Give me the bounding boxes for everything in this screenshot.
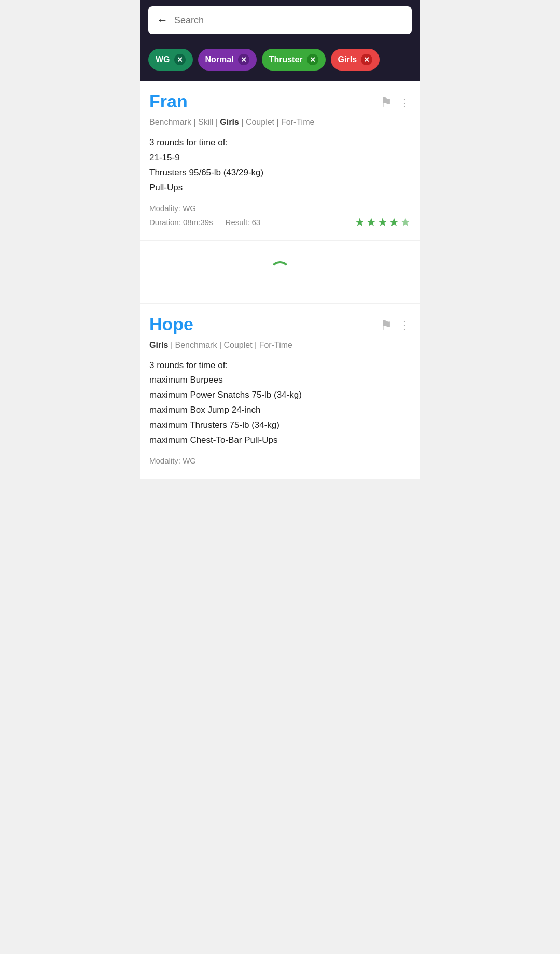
card-fran-stats-left: Duration: 08m:39s Result: 63 [149,218,260,227]
more-fran-icon[interactable]: ⋮ [399,97,411,108]
card-fran-description: 3 rounds for time of: 21-15-9 Thrusters … [149,135,411,195]
card-hope-actions: ⚑ ⋮ [380,317,411,333]
loading-card [140,241,420,303]
loading-spinner [270,261,290,282]
chip-wg[interactable]: WG ✕ [148,49,193,71]
card-fran-actions: ⚑ ⋮ [380,94,411,110]
star-4: ★ [389,216,399,229]
bookmark-fran-icon[interactable]: ⚑ [380,94,392,110]
search-input[interactable] [174,15,403,26]
chip-girls[interactable]: Girls ✕ [331,49,380,71]
card-hope-title: Hope [149,314,193,334]
chip-thruster-label: Thruster [269,55,303,64]
card-hope: Hope ⚑ ⋮ Girls | Benchmark | Couplet | F… [140,304,420,479]
star-2: ★ [366,216,376,229]
chip-normal-close[interactable]: ✕ [238,54,249,65]
chip-normal[interactable]: Normal ✕ [198,49,257,71]
star-3: ★ [377,216,388,229]
card-fran-duration: Duration: 08m:39s [149,218,213,227]
chip-wg-label: WG [156,55,170,64]
card-fran-tags: Benchmark | Skill | Girls | Couplet | Fo… [149,118,411,127]
card-hope-tags: Girls | Benchmark | Couplet | For-Time [149,341,411,350]
header: ← [140,0,420,43]
chip-normal-label: Normal [205,55,234,64]
chip-thruster[interactable]: Thruster ✕ [262,49,326,71]
more-hope-icon[interactable]: ⋮ [399,320,411,330]
star-5-half: ★ [400,216,411,229]
chip-girls-label: Girls [338,55,357,64]
bookmark-hope-icon[interactable]: ⚑ [380,317,392,333]
card-fran-modality: Modality: WG [149,204,411,213]
card-hope-header: Hope ⚑ ⋮ [149,314,411,334]
card-fran-stars: ★ ★ ★ ★ ★ [355,216,411,229]
filter-chips: WG ✕ Normal ✕ Thruster ✕ Girls ✕ [140,43,420,81]
back-button[interactable]: ← [157,13,168,27]
card-fran-result: Result: 63 [226,218,261,227]
search-bar: ← [148,6,412,34]
card-hope-description: 3 rounds for time of: maximum Burpees ma… [149,358,411,448]
star-1: ★ [355,216,365,229]
card-fran-stats: Duration: 08m:39s Result: 63 ★ ★ ★ ★ ★ [149,216,411,229]
chip-girls-close[interactable]: ✕ [361,54,372,65]
card-fran: Fran ⚑ ⋮ Benchmark | Skill | Girls | Cou… [140,81,420,240]
chip-thruster-close[interactable]: ✕ [307,54,318,65]
chip-wg-close[interactable]: ✕ [174,54,186,65]
card-hope-modality: Modality: WG [149,456,411,465]
card-fran-title: Fran [149,91,188,111]
card-fran-header: Fran ⚑ ⋮ [149,91,411,111]
